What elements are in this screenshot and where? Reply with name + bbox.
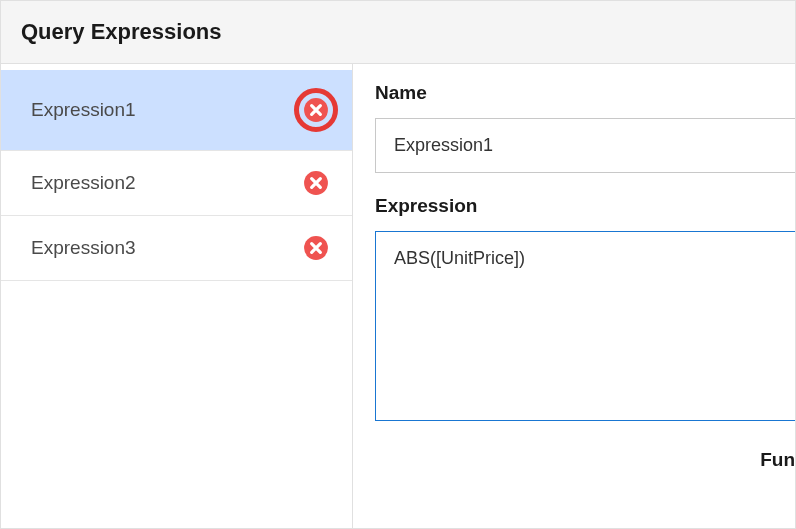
query-expressions-panel: Query Expressions Expression1 Expression… <box>0 0 796 529</box>
expression-item[interactable]: Expression2 <box>1 151 352 216</box>
delete-expression-button[interactable] <box>302 169 330 197</box>
expression-label: Expression <box>375 195 795 217</box>
expression-item[interactable]: Expression1 <box>1 70 352 151</box>
expression-editor: Name Expression Fun <box>353 64 795 528</box>
delete-highlight-ring <box>294 88 338 132</box>
expression-item[interactable]: Expression3 <box>1 216 352 281</box>
expressions-list: Expression1 Expression2 <box>1 64 353 528</box>
expression-textarea[interactable] <box>375 231 795 421</box>
close-circle-icon <box>303 170 329 196</box>
delete-expression-button[interactable] <box>302 96 330 124</box>
panel-title: Query Expressions <box>21 19 775 45</box>
name-input[interactable] <box>375 118 795 173</box>
name-label: Name <box>375 82 795 104</box>
expression-item-label: Expression2 <box>31 172 136 194</box>
expression-item-label: Expression1 <box>31 99 136 121</box>
functions-label: Fun <box>375 449 795 471</box>
delete-expression-button[interactable] <box>302 234 330 262</box>
expression-section: Expression <box>375 195 795 425</box>
panel-content: Expression1 Expression2 <box>1 64 795 528</box>
panel-header: Query Expressions <box>1 1 795 64</box>
close-circle-icon <box>303 235 329 261</box>
close-circle-icon <box>303 97 329 123</box>
expression-item-label: Expression3 <box>31 237 136 259</box>
